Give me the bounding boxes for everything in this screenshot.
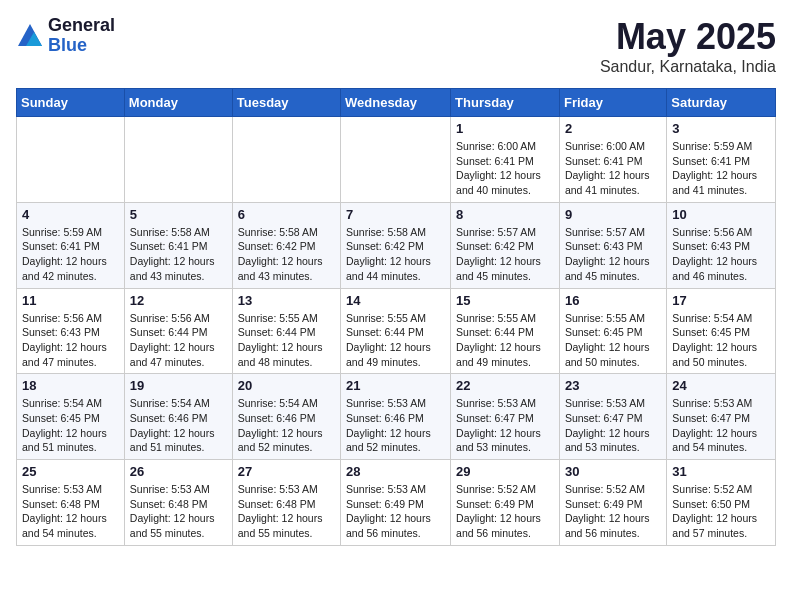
day-info: Sunrise: 5:54 AM Sunset: 6:45 PM Dayligh… (22, 396, 119, 455)
weekday-header: Monday (124, 89, 232, 117)
calendar-cell: 11Sunrise: 5:56 AM Sunset: 6:43 PM Dayli… (17, 288, 125, 374)
calendar-cell: 5Sunrise: 5:58 AM Sunset: 6:41 PM Daylig… (124, 202, 232, 288)
day-number: 11 (22, 293, 119, 308)
calendar-cell: 23Sunrise: 5:53 AM Sunset: 6:47 PM Dayli… (559, 374, 666, 460)
calendar-cell: 26Sunrise: 5:53 AM Sunset: 6:48 PM Dayli… (124, 460, 232, 546)
calendar-cell: 3Sunrise: 5:59 AM Sunset: 6:41 PM Daylig… (667, 117, 776, 203)
day-number: 3 (672, 121, 770, 136)
weekday-header: Wednesday (341, 89, 451, 117)
calendar-cell: 17Sunrise: 5:54 AM Sunset: 6:45 PM Dayli… (667, 288, 776, 374)
calendar-table: SundayMondayTuesdayWednesdayThursdayFrid… (16, 88, 776, 546)
day-number: 12 (130, 293, 227, 308)
calendar-cell: 16Sunrise: 5:55 AM Sunset: 6:45 PM Dayli… (559, 288, 666, 374)
day-number: 4 (22, 207, 119, 222)
day-number: 26 (130, 464, 227, 479)
calendar-cell (232, 117, 340, 203)
day-number: 20 (238, 378, 335, 393)
day-info: Sunrise: 6:00 AM Sunset: 6:41 PM Dayligh… (565, 139, 661, 198)
day-number: 14 (346, 293, 445, 308)
day-number: 7 (346, 207, 445, 222)
calendar-cell: 7Sunrise: 5:58 AM Sunset: 6:42 PM Daylig… (341, 202, 451, 288)
calendar-cell: 12Sunrise: 5:56 AM Sunset: 6:44 PM Dayli… (124, 288, 232, 374)
day-info: Sunrise: 5:55 AM Sunset: 6:44 PM Dayligh… (346, 311, 445, 370)
calendar-cell: 4Sunrise: 5:59 AM Sunset: 6:41 PM Daylig… (17, 202, 125, 288)
day-info: Sunrise: 5:56 AM Sunset: 6:43 PM Dayligh… (22, 311, 119, 370)
day-info: Sunrise: 5:55 AM Sunset: 6:44 PM Dayligh… (238, 311, 335, 370)
day-number: 19 (130, 378, 227, 393)
day-number: 13 (238, 293, 335, 308)
day-info: Sunrise: 5:53 AM Sunset: 6:47 PM Dayligh… (565, 396, 661, 455)
day-info: Sunrise: 5:54 AM Sunset: 6:45 PM Dayligh… (672, 311, 770, 370)
day-info: Sunrise: 5:57 AM Sunset: 6:43 PM Dayligh… (565, 225, 661, 284)
day-number: 8 (456, 207, 554, 222)
day-info: Sunrise: 5:59 AM Sunset: 6:41 PM Dayligh… (672, 139, 770, 198)
logo-icon (16, 22, 44, 50)
day-info: Sunrise: 5:53 AM Sunset: 6:48 PM Dayligh… (130, 482, 227, 541)
day-number: 16 (565, 293, 661, 308)
day-info: Sunrise: 5:53 AM Sunset: 6:49 PM Dayligh… (346, 482, 445, 541)
logo: General Blue (16, 16, 115, 56)
day-info: Sunrise: 5:56 AM Sunset: 6:43 PM Dayligh… (672, 225, 770, 284)
day-number: 18 (22, 378, 119, 393)
weekday-header: Saturday (667, 89, 776, 117)
calendar-cell: 18Sunrise: 5:54 AM Sunset: 6:45 PM Dayli… (17, 374, 125, 460)
logo-general: General (48, 16, 115, 36)
calendar-cell: 9Sunrise: 5:57 AM Sunset: 6:43 PM Daylig… (559, 202, 666, 288)
day-info: Sunrise: 5:52 AM Sunset: 6:49 PM Dayligh… (456, 482, 554, 541)
calendar-cell: 13Sunrise: 5:55 AM Sunset: 6:44 PM Dayli… (232, 288, 340, 374)
day-info: Sunrise: 5:55 AM Sunset: 6:45 PM Dayligh… (565, 311, 661, 370)
calendar-cell: 21Sunrise: 5:53 AM Sunset: 6:46 PM Dayli… (341, 374, 451, 460)
calendar-cell: 8Sunrise: 5:57 AM Sunset: 6:42 PM Daylig… (451, 202, 560, 288)
day-number: 27 (238, 464, 335, 479)
logo-text: General Blue (48, 16, 115, 56)
day-number: 23 (565, 378, 661, 393)
day-number: 5 (130, 207, 227, 222)
day-info: Sunrise: 5:53 AM Sunset: 6:48 PM Dayligh… (238, 482, 335, 541)
weekday-header: Sunday (17, 89, 125, 117)
weekday-header: Tuesday (232, 89, 340, 117)
title-area: May 2025 Sandur, Karnataka, India (600, 16, 776, 76)
day-number: 30 (565, 464, 661, 479)
calendar-cell: 19Sunrise: 5:54 AM Sunset: 6:46 PM Dayli… (124, 374, 232, 460)
logo-blue: Blue (48, 36, 115, 56)
weekday-header-row: SundayMondayTuesdayWednesdayThursdayFrid… (17, 89, 776, 117)
calendar-week-row: 18Sunrise: 5:54 AM Sunset: 6:45 PM Dayli… (17, 374, 776, 460)
weekday-header: Thursday (451, 89, 560, 117)
day-number: 22 (456, 378, 554, 393)
day-info: Sunrise: 5:54 AM Sunset: 6:46 PM Dayligh… (238, 396, 335, 455)
calendar-cell (341, 117, 451, 203)
day-number: 29 (456, 464, 554, 479)
calendar-cell: 1Sunrise: 6:00 AM Sunset: 6:41 PM Daylig… (451, 117, 560, 203)
calendar-cell: 10Sunrise: 5:56 AM Sunset: 6:43 PM Dayli… (667, 202, 776, 288)
calendar-week-row: 25Sunrise: 5:53 AM Sunset: 6:48 PM Dayli… (17, 460, 776, 546)
location: Sandur, Karnataka, India (600, 58, 776, 76)
calendar-cell: 30Sunrise: 5:52 AM Sunset: 6:49 PM Dayli… (559, 460, 666, 546)
day-number: 21 (346, 378, 445, 393)
day-info: Sunrise: 5:53 AM Sunset: 6:48 PM Dayligh… (22, 482, 119, 541)
day-info: Sunrise: 5:57 AM Sunset: 6:42 PM Dayligh… (456, 225, 554, 284)
day-info: Sunrise: 5:56 AM Sunset: 6:44 PM Dayligh… (130, 311, 227, 370)
day-info: Sunrise: 5:58 AM Sunset: 6:42 PM Dayligh… (346, 225, 445, 284)
calendar-cell: 25Sunrise: 5:53 AM Sunset: 6:48 PM Dayli… (17, 460, 125, 546)
month-year: May 2025 (600, 16, 776, 58)
day-number: 2 (565, 121, 661, 136)
day-number: 17 (672, 293, 770, 308)
calendar-cell: 15Sunrise: 5:55 AM Sunset: 6:44 PM Dayli… (451, 288, 560, 374)
day-number: 6 (238, 207, 335, 222)
day-number: 24 (672, 378, 770, 393)
day-info: Sunrise: 5:53 AM Sunset: 6:47 PM Dayligh… (672, 396, 770, 455)
day-info: Sunrise: 5:52 AM Sunset: 6:50 PM Dayligh… (672, 482, 770, 541)
calendar-cell: 24Sunrise: 5:53 AM Sunset: 6:47 PM Dayli… (667, 374, 776, 460)
day-info: Sunrise: 5:53 AM Sunset: 6:46 PM Dayligh… (346, 396, 445, 455)
day-number: 15 (456, 293, 554, 308)
calendar-cell: 22Sunrise: 5:53 AM Sunset: 6:47 PM Dayli… (451, 374, 560, 460)
calendar-week-row: 11Sunrise: 5:56 AM Sunset: 6:43 PM Dayli… (17, 288, 776, 374)
day-number: 25 (22, 464, 119, 479)
day-info: Sunrise: 5:58 AM Sunset: 6:41 PM Dayligh… (130, 225, 227, 284)
day-info: Sunrise: 5:52 AM Sunset: 6:49 PM Dayligh… (565, 482, 661, 541)
calendar-week-row: 4Sunrise: 5:59 AM Sunset: 6:41 PM Daylig… (17, 202, 776, 288)
day-info: Sunrise: 6:00 AM Sunset: 6:41 PM Dayligh… (456, 139, 554, 198)
day-info: Sunrise: 5:58 AM Sunset: 6:42 PM Dayligh… (238, 225, 335, 284)
day-number: 28 (346, 464, 445, 479)
header: General Blue May 2025 Sandur, Karnataka,… (16, 16, 776, 76)
